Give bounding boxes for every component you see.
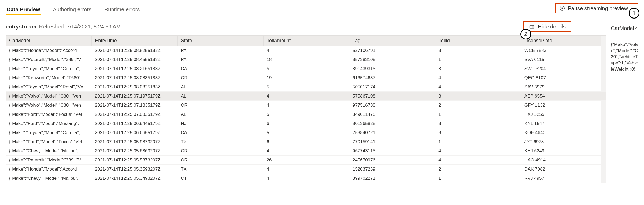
cell-entrytime[interactable]: 2021-07-14T12:25:05.3493207Z	[92, 174, 177, 183]
cell-carmodel[interactable]: {"Make":"Honda","Model":"Accord",	[6, 46, 92, 55]
cell-tollamount[interactable]: 4	[264, 101, 349, 110]
cell-tag[interactable]: 977516738	[349, 101, 435, 110]
cell-plate[interactable]: SWF 3204	[521, 64, 601, 73]
cell-tollamount[interactable]: 5	[264, 110, 349, 119]
cell-plate[interactable]: AEP 6554	[521, 92, 601, 101]
cell-state[interactable]: TX	[177, 137, 263, 146]
cell-carmodel[interactable]: {"Make":"Chevy","Model":"Malibu",	[6, 174, 92, 183]
cell-carmodel[interactable]: {"Make":"Peterbilt","Model":"389","V	[6, 156, 92, 165]
cell-carmodel[interactable]: {"Make":"Peterbilt","Model":"389","V	[6, 55, 92, 64]
cell-carmodel[interactable]: {"Make":"Volvo","Model":"C30","Veh	[6, 92, 92, 101]
cell-tollid[interactable]: 4	[435, 156, 521, 165]
cell-carmodel[interactable]: {"Make":"Volvo","Model":"C30","Veh	[6, 101, 92, 110]
tab-authoring-errors[interactable]: Authoring errors	[52, 3, 92, 16]
cell-entrytime[interactable]: 2021-07-14T12:25:05.3593207Z	[92, 165, 177, 174]
cell-carmodel[interactable]: {"Make":"Ford","Model":"Focus","Vel	[6, 137, 92, 146]
cell-entrytime[interactable]: 2021-07-14T12:25:05.6363207Z	[92, 146, 177, 156]
table-row[interactable]: {"Make":"Ford","Model":"Focus","Vel2021-…	[6, 110, 606, 119]
col-header-state[interactable]: State	[177, 36, 263, 46]
cell-tollamount[interactable]: 4	[264, 92, 349, 101]
table-row[interactable]: {"Make":"Peterbilt","Model":"389","V2021…	[6, 156, 606, 165]
cell-plate[interactable]: GFY 1132	[521, 101, 601, 110]
cell-tag[interactable]: 505017174	[349, 82, 435, 92]
cell-carmodel[interactable]: {"Make":"Toyota","Model":"Rav4","Ve	[6, 82, 92, 92]
cell-tollid[interactable]: 4	[435, 82, 521, 92]
cell-state[interactable]: PA	[177, 55, 263, 64]
cell-tag[interactable]: 801365828	[349, 119, 435, 128]
cell-plate[interactable]: KHJ 6249	[521, 146, 601, 156]
table-row[interactable]: {"Make":"Peterbilt","Model":"389","V2021…	[6, 55, 606, 64]
cell-tag[interactable]: 245670976	[349, 156, 435, 165]
tab-runtime-errors[interactable]: Runtime errors	[103, 3, 141, 16]
table-row[interactable]: {"Make":"Honda","Model":"Accord",2021-07…	[6, 46, 606, 55]
cell-tollamount[interactable]: 5	[264, 64, 349, 73]
cell-tollid[interactable]: 3	[435, 92, 521, 101]
cell-tollid[interactable]: 4	[435, 146, 521, 156]
col-header-tollid[interactable]: TollId	[435, 36, 521, 46]
cell-tag[interactable]: 857383105	[349, 55, 435, 64]
cell-carmodel[interactable]: {"Make":"Kenworth","Model":"T680"	[6, 73, 92, 82]
cell-entrytime[interactable]: 2021-07-14T12:25:08.0825183Z	[92, 82, 177, 92]
cell-state[interactable]: TX	[177, 165, 263, 174]
cell-tollamount[interactable]: 4	[264, 146, 349, 156]
cell-tollid[interactable]: 2	[435, 101, 521, 110]
cell-carmodel[interactable]: {"Make":"Ford","Model":"Mustang",	[6, 119, 92, 128]
table-row[interactable]: {"Make":"Ford","Model":"Focus","Vel2021-…	[6, 137, 606, 146]
cell-tollamount[interactable]: 6	[264, 137, 349, 146]
col-header-tag[interactable]: Tag	[349, 36, 435, 46]
table-row[interactable]: {"Make":"Chevy","Model":"Malibu",2021-07…	[6, 146, 606, 156]
cell-tollamount[interactable]: 5	[264, 128, 349, 137]
cell-tollamount[interactable]: 4	[264, 46, 349, 55]
cell-tag[interactable]: 891439315	[349, 64, 435, 73]
cell-plate[interactable]: KOE 4640	[521, 128, 601, 137]
cell-tollid[interactable]: 1	[435, 174, 521, 183]
cell-state[interactable]: OR	[177, 101, 263, 110]
table-row[interactable]: {"Make":"Volvo","Model":"C30","Veh2021-0…	[6, 92, 606, 101]
cell-tollamount[interactable]: 19	[264, 73, 349, 82]
cell-plate[interactable]: SAV 3979	[521, 82, 601, 92]
cell-entrytime[interactable]: 2021-07-14T12:25:07.0335179Z	[92, 110, 177, 119]
cell-tollid[interactable]: 3	[435, 64, 521, 73]
cell-tollid[interactable]: 3	[435, 128, 521, 137]
table-row[interactable]: {"Make":"Volvo","Model":"C30","Veh2021-0…	[6, 101, 606, 110]
cell-state[interactable]: AL	[177, 82, 263, 92]
cell-entrytime[interactable]: 2021-07-14T12:25:08.4555183Z	[92, 55, 177, 64]
cell-carmodel[interactable]: {"Make":"Toyota","Model":"Corolla",	[6, 64, 92, 73]
table-row[interactable]: {"Make":"Toyota","Model":"Corolla",2021-…	[6, 128, 606, 137]
cell-entrytime[interactable]: 2021-07-14T12:25:07.1835179Z	[92, 101, 177, 110]
cell-entrytime[interactable]: 2021-07-14T12:25:08.0835183Z	[92, 73, 177, 82]
cell-tag[interactable]: 399702271	[349, 174, 435, 183]
cell-state[interactable]: PA	[177, 46, 263, 55]
cell-tag[interactable]: 575867108	[349, 92, 435, 101]
cell-tag[interactable]: 616574637	[349, 73, 435, 82]
cell-entrytime[interactable]: 2021-07-14T12:25:08.2165183Z	[92, 64, 177, 73]
cell-state[interactable]: CA	[177, 128, 263, 137]
cell-tag[interactable]: 349011475	[349, 110, 435, 119]
table-row[interactable]: {"Make":"Kenworth","Model":"T680"2021-07…	[6, 73, 606, 82]
col-header-tollamount[interactable]: TollAmount	[264, 36, 349, 46]
cell-tollid[interactable]: 4	[435, 73, 521, 82]
cell-tollid[interactable]: 3	[435, 119, 521, 128]
cell-carmodel[interactable]: {"Make":"Chevy","Model":"Malibu",	[6, 146, 92, 156]
cell-state[interactable]: OR	[177, 146, 263, 156]
cell-entrytime[interactable]: 2021-07-14T12:25:08.8255183Z	[92, 46, 177, 55]
cell-tollamount[interactable]: 26	[264, 156, 349, 165]
cell-plate[interactable]: JYT 6978	[521, 137, 601, 146]
cell-tag[interactable]: 152037239	[349, 165, 435, 174]
cell-tollid[interactable]: 3	[435, 46, 521, 55]
table-row[interactable]: {"Make":"Chevy","Model":"Malibu",2021-07…	[6, 174, 606, 183]
cell-tollamount[interactable]: 4	[264, 165, 349, 174]
cell-plate[interactable]: UAO 4914	[521, 156, 601, 165]
tab-data-preview[interactable]: Data Preview	[6, 3, 41, 16]
cell-state[interactable]: AL	[177, 92, 263, 101]
table-row[interactable]: {"Make":"Ford","Model":"Mustang",2021-07…	[6, 119, 606, 128]
cell-state[interactable]: CA	[177, 64, 263, 73]
cell-tollid[interactable]: 1	[435, 137, 521, 146]
cell-plate[interactable]: SVA 6115	[521, 55, 601, 64]
cell-tag[interactable]: 967743115	[349, 146, 435, 156]
table-row[interactable]: {"Make":"Toyota","Model":"Corolla",2021-…	[6, 64, 606, 73]
cell-carmodel[interactable]: {"Make":"Honda","Model":"Accord",	[6, 165, 92, 174]
cell-entrytime[interactable]: 2021-07-14T12:25:06.6655179Z	[92, 128, 177, 137]
cell-tollamount[interactable]: 6	[264, 119, 349, 128]
cell-tollamount[interactable]: 18	[264, 55, 349, 64]
